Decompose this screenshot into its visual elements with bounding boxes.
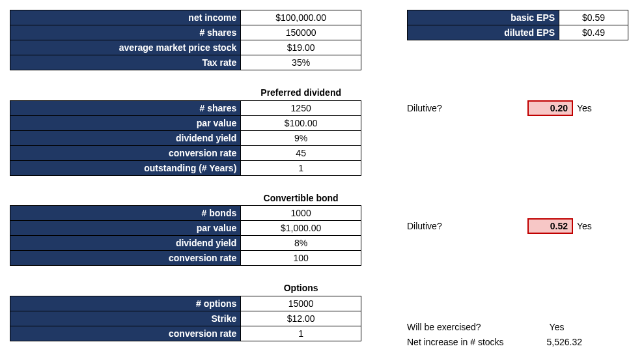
value-pref-conv[interactable]: 45: [241, 145, 361, 160]
value-pref-par[interactable]: $100.00: [241, 115, 361, 130]
preferred-table: Preferred dividend # shares1250 par valu…: [10, 85, 361, 176]
label-pref-yield: dividend yield: [10, 130, 241, 145]
pref-dilutive-value: 0.20: [527, 100, 573, 116]
value-bond-par[interactable]: $1,000.00: [241, 221, 361, 236]
label-bond-par: par value: [10, 221, 241, 236]
label-bond-yield: dividend yield: [10, 236, 241, 251]
bond-dilutive-row: Dilutive? 0.52 Yes: [407, 218, 628, 233]
label-basic-eps: basic EPS: [408, 10, 559, 25]
label-bond-conv: conversion rate: [10, 251, 241, 266]
label-tax-rate: Tax rate: [10, 55, 241, 70]
eps-table: basic EPS$0.59 diluted EPS$0.49: [407, 10, 628, 40]
value-avg-price[interactable]: $19.00: [241, 40, 361, 55]
label-pref-shares: # shares: [10, 100, 241, 115]
opt-netinc-row: Net increase in # stocks 5,526.32: [407, 334, 628, 349]
label-opt-strike: Strike: [10, 311, 241, 326]
bond-dilutive-value: 0.52: [527, 218, 573, 234]
opt-exercised-answer: Yes: [527, 322, 586, 332]
value-pref-out[interactable]: 1: [241, 160, 361, 175]
value-opt-conv[interactable]: 1: [241, 326, 361, 341]
value-bond-conv[interactable]: 100: [241, 251, 361, 266]
value-diluted-eps: $0.49: [559, 25, 628, 40]
value-tax-rate[interactable]: 35%: [241, 55, 361, 70]
preferred-title: Preferred dividend: [241, 85, 361, 100]
pref-dilutive-row: Dilutive? 0.20 Yes: [407, 100, 628, 115]
value-pref-shares[interactable]: 1250: [241, 100, 361, 115]
opt-netinc-value: 5,526.32: [527, 337, 586, 347]
value-net-income[interactable]: $100,000.00: [241, 10, 361, 25]
label-opt-conv: conversion rate: [10, 326, 241, 341]
bond-table: Convertible bond # bonds1000 par value$1…: [10, 191, 361, 266]
pref-dilutive-question: Dilutive?: [407, 103, 527, 113]
label-bond-count: # bonds: [10, 206, 241, 221]
opt-exercised-question: Will be exercised?: [407, 322, 527, 332]
pref-dilutive-answer: Yes: [577, 103, 592, 113]
bond-title: Convertible bond: [241, 191, 361, 206]
opt-netinc-question: Net increase in # stocks: [407, 337, 527, 347]
value-opt-strike[interactable]: $12.00: [241, 311, 361, 326]
bond-dilutive-question: Dilutive?: [407, 221, 527, 231]
inputs-table: net income$100,000.00 # shares150000 ave…: [10, 10, 361, 70]
bond-dilutive-answer: Yes: [577, 221, 592, 231]
options-table: Options # options15000 Strike$12.00 conv…: [10, 281, 361, 341]
value-shares[interactable]: 150000: [241, 25, 361, 40]
label-net-income: net income: [10, 10, 241, 25]
opt-exercised-row: Will be exercised? Yes: [407, 319, 628, 334]
label-diluted-eps: diluted EPS: [408, 25, 559, 40]
label-pref-conv: conversion rate: [10, 145, 241, 160]
options-title: Options: [241, 281, 361, 296]
label-opt-count: # options: [10, 296, 241, 311]
value-bond-count[interactable]: 1000: [241, 206, 361, 221]
label-pref-out: outstanding (# Years): [10, 160, 241, 175]
value-bond-yield[interactable]: 8%: [241, 236, 361, 251]
value-opt-count[interactable]: 15000: [241, 296, 361, 311]
label-pref-par: par value: [10, 115, 241, 130]
label-avg-price: average market price stock: [10, 40, 241, 55]
value-pref-yield[interactable]: 9%: [241, 130, 361, 145]
label-shares: # shares: [10, 25, 241, 40]
value-basic-eps: $0.59: [559, 10, 628, 25]
